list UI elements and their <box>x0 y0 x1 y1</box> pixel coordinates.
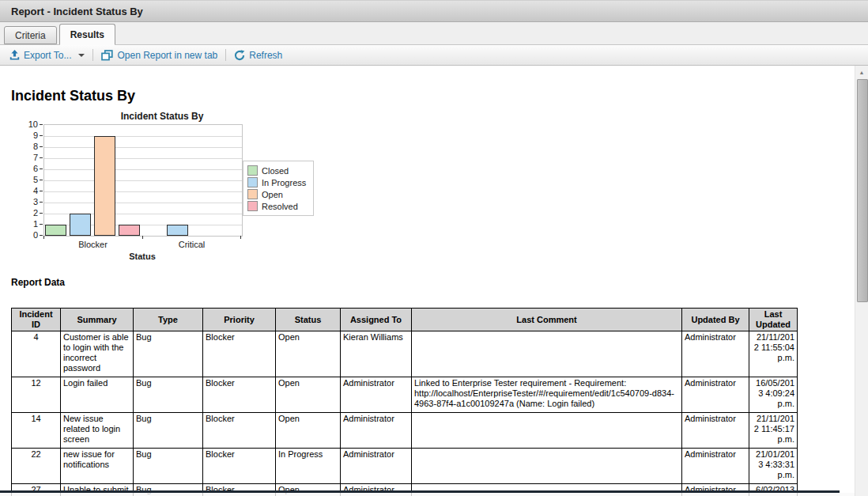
cell-priority: Blocker <box>203 413 276 449</box>
tab-criteria[interactable]: Criteria <box>4 26 57 44</box>
cell-priority: Blocker <box>203 377 276 413</box>
column-header-assigned-to: Assigned To <box>341 309 412 331</box>
export-icon <box>9 50 20 60</box>
cell-last-comment <box>412 449 682 484</box>
report-table: Incident IDSummaryTypePriorityStatusAssi… <box>11 308 798 496</box>
legend-swatch <box>247 165 258 176</box>
y-axis-tick <box>40 168 43 169</box>
chart-plot-area <box>43 124 243 237</box>
toolbar: Export To... Open Report in new tab Refr… <box>0 45 868 66</box>
cell-priority: Blocker <box>203 331 276 377</box>
gridline <box>44 180 242 181</box>
refresh-button[interactable]: Refresh <box>231 50 285 61</box>
y-axis-tick <box>40 135 43 136</box>
window-titlebar: Report - Incident Status By <box>0 0 868 22</box>
gridline <box>44 191 242 192</box>
toolbar-separator <box>225 49 226 61</box>
x-axis-category-label: Blocker <box>43 240 142 249</box>
chart-title: Incident Status By <box>0 111 324 122</box>
cell-incident-id: 12 <box>12 377 61 413</box>
refresh-label: Refresh <box>249 50 282 61</box>
y-axis-tick <box>40 180 43 180</box>
legend-label: Open <box>262 190 283 199</box>
cell-summary: new issue for notifications <box>61 449 134 484</box>
y-axis-tick <box>40 202 43 203</box>
column-header-last-updated: Last Updated <box>749 309 798 331</box>
cell-type: Bug <box>134 377 203 413</box>
cell-last-updated: 21/11/2012 11:45:17 p.m. <box>749 413 798 449</box>
y-axis-tick <box>40 213 43 214</box>
legend-item-resolved: Resolved <box>247 201 306 211</box>
x-axis-tick <box>43 236 44 239</box>
table-row: 12Login failedBugBlockerOpenAdministrato… <box>12 377 798 413</box>
bar-closed-blocker <box>45 225 66 236</box>
cell-last-comment: Linked to Enterprise Tester requirement … <box>412 377 682 413</box>
page-title: Incident Status By <box>11 88 135 104</box>
legend-item-closed: Closed <box>247 165 306 176</box>
gridline <box>44 147 242 148</box>
report-window: Report - Incident Status By CriteriaResu… <box>0 0 868 496</box>
cell-assigned-to: Administrator <box>341 449 412 484</box>
chart-legend: ClosedIn ProgressOpenResolved <box>243 161 314 216</box>
tab-results[interactable]: Results <box>59 24 115 45</box>
tab-bar: CriteriaResults <box>0 22 868 45</box>
y-axis-tick-label: 9 <box>21 131 38 141</box>
column-header-last-comment: Last Comment <box>412 309 682 331</box>
scrollbar-up-arrow-icon[interactable]: ▲ <box>855 66 868 78</box>
y-axis-tick-label: 10 <box>21 119 38 130</box>
cell-status: In Progress <box>276 449 341 484</box>
cell-last-updated: 16/05/2013 4:09:24 p.m. <box>749 377 798 413</box>
x-axis-tick <box>142 236 143 239</box>
table-header-row: Incident IDSummaryTypePriorityStatusAssi… <box>12 309 798 331</box>
vertical-scrollbar[interactable]: ▲ <box>855 66 868 496</box>
bottom-fade <box>0 493 855 496</box>
legend-label: In Progress <box>262 178 306 187</box>
bar-in-progress-blocker <box>70 214 91 236</box>
gridline <box>44 203 242 203</box>
legend-swatch <box>247 177 258 187</box>
y-axis-tick-label: 5 <box>21 175 38 185</box>
cell-priority: Blocker <box>203 449 276 484</box>
legend-label: Closed <box>262 166 289 176</box>
legend-item-in-progress: In Progress <box>247 177 306 187</box>
gridline <box>44 169 242 170</box>
cell-assigned-to: Administrator <box>341 377 412 413</box>
cell-last-comment <box>412 331 682 377</box>
bar-open-blocker <box>94 136 115 236</box>
y-axis-tick-label: 1 <box>21 219 38 229</box>
bar-in-progress-critical <box>167 225 188 236</box>
cell-last-comment <box>412 413 682 449</box>
cell-last-updated: 21/11/2012 11:55:04 p.m. <box>749 331 798 377</box>
scrollbar-thumb[interactable] <box>857 79 868 302</box>
y-axis-tick-label: 8 <box>21 142 38 152</box>
y-axis-tick-label: 6 <box>21 164 38 174</box>
column-header-type: Type <box>134 309 203 331</box>
window-title: Report - Incident Status By <box>0 6 143 17</box>
cell-incident-id: 4 <box>12 331 61 377</box>
cell-type: Bug <box>134 331 203 377</box>
export-button[interactable]: Export To... <box>6 50 88 61</box>
y-axis-tick <box>40 224 43 225</box>
export-caret-icon <box>78 54 85 57</box>
table-row: 4Customer is able to login with the inco… <box>12 331 798 377</box>
cell-status: Open <box>276 413 341 449</box>
refresh-icon <box>234 50 245 61</box>
table-body: 4Customer is able to login with the inco… <box>12 331 798 496</box>
cell-status: Open <box>276 331 341 377</box>
open-in-new-tab-icon <box>101 50 113 61</box>
cell-status: Open <box>276 377 341 413</box>
cell-updated-by: Administrator <box>682 377 749 413</box>
y-axis-tick <box>40 124 43 125</box>
gridline <box>44 158 242 159</box>
report-data-heading: Report Data <box>11 277 65 288</box>
y-axis-tick <box>40 191 43 191</box>
open-report-new-tab-button[interactable]: Open Report in new tab <box>98 50 221 61</box>
cell-type: Bug <box>134 449 203 484</box>
table-row: 14New issue related to login screenBugBl… <box>12 413 798 449</box>
cell-summary: New issue related to login screen <box>61 413 134 449</box>
legend-label: Resolved <box>262 202 298 211</box>
cell-last-updated: 21/01/2013 4:33:31 p.m. <box>749 449 798 484</box>
cell-type: Bug <box>134 413 203 449</box>
y-axis-tick-label: 7 <box>21 153 38 163</box>
y-axis-tick-label: 4 <box>21 186 38 196</box>
